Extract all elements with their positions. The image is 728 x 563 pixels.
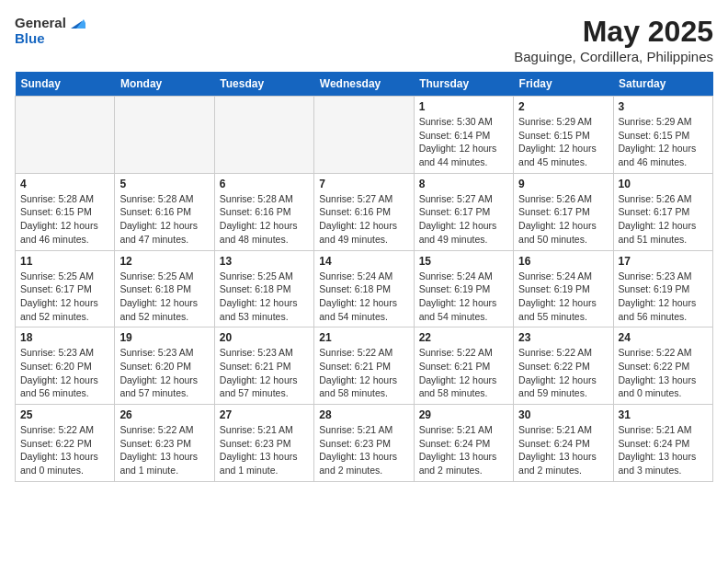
calendar-cell: [16, 97, 115, 174]
calendar-cell: 2Sunrise: 5:29 AM Sunset: 6:15 PM Daylig…: [514, 97, 613, 174]
week-row-5: 25Sunrise: 5:22 AM Sunset: 6:22 PM Dayli…: [16, 405, 713, 482]
day-number: 16: [518, 255, 608, 268]
calendar-cell: [214, 97, 313, 174]
day-info: Sunrise: 5:22 AM Sunset: 6:21 PM Dayligh…: [419, 346, 508, 400]
calendar-cell: 22Sunrise: 5:22 AM Sunset: 6:21 PM Dayli…: [414, 327, 513, 405]
header-thursday: Thursday: [414, 72, 513, 97]
calendar-cell: 23Sunrise: 5:22 AM Sunset: 6:22 PM Dayli…: [514, 327, 613, 405]
calendar-cell: 7Sunrise: 5:27 AM Sunset: 6:16 PM Daylig…: [314, 173, 414, 250]
calendar-cell: 4Sunrise: 5:28 AM Sunset: 6:15 PM Daylig…: [16, 173, 115, 250]
calendar-cell: 24Sunrise: 5:22 AM Sunset: 6:22 PM Dayli…: [613, 327, 712, 405]
calendar-cell: [115, 97, 214, 174]
day-info: Sunrise: 5:28 AM Sunset: 6:16 PM Dayligh…: [119, 192, 209, 247]
day-number: 31: [619, 408, 708, 421]
day-info: Sunrise: 5:21 AM Sunset: 6:23 PM Dayligh…: [220, 423, 309, 477]
day-info: Sunrise: 5:26 AM Sunset: 6:17 PM Dayligh…: [619, 192, 708, 247]
day-number: 10: [619, 178, 708, 190]
day-info: Sunrise: 5:23 AM Sunset: 6:20 PM Dayligh…: [20, 346, 109, 400]
day-info: Sunrise: 5:30 AM Sunset: 6:14 PM Dayligh…: [419, 115, 508, 169]
logo-general: General: [15, 15, 66, 30]
page-title: May 2025: [514, 15, 713, 49]
day-info: Sunrise: 5:21 AM Sunset: 6:24 PM Dayligh…: [419, 423, 508, 477]
header-friday: Friday: [514, 72, 613, 97]
calendar-cell: 27Sunrise: 5:21 AM Sunset: 6:23 PM Dayli…: [214, 405, 313, 482]
day-number: 25: [20, 408, 109, 421]
calendar-cell: 25Sunrise: 5:22 AM Sunset: 6:22 PM Dayli…: [16, 405, 115, 482]
day-number: 27: [220, 408, 309, 421]
day-number: 11: [20, 255, 109, 268]
logo-icon: [67, 16, 85, 30]
day-info: Sunrise: 5:23 AM Sunset: 6:20 PM Dayligh…: [119, 346, 209, 400]
day-number: 14: [319, 255, 408, 268]
day-number: 24: [619, 331, 708, 344]
day-number: 22: [419, 331, 508, 344]
day-number: 20: [220, 331, 309, 344]
day-number: 5: [119, 178, 209, 190]
day-info: Sunrise: 5:27 AM Sunset: 6:17 PM Dayligh…: [419, 192, 508, 247]
calendar-cell: 10Sunrise: 5:26 AM Sunset: 6:17 PM Dayli…: [613, 173, 712, 250]
day-number: 3: [619, 100, 708, 113]
calendar-cell: 15Sunrise: 5:24 AM Sunset: 6:19 PM Dayli…: [414, 250, 513, 327]
header-monday: Monday: [115, 72, 214, 97]
week-row-1: 1Sunrise: 5:30 AM Sunset: 6:14 PM Daylig…: [16, 97, 713, 174]
day-info: Sunrise: 5:22 AM Sunset: 6:22 PM Dayligh…: [518, 346, 608, 400]
calendar-table: Sunday Monday Tuesday Wednesday Thursday…: [15, 72, 713, 482]
day-number: 19: [119, 331, 209, 344]
day-info: Sunrise: 5:28 AM Sunset: 6:16 PM Dayligh…: [220, 192, 309, 247]
calendar-cell: 30Sunrise: 5:21 AM Sunset: 6:24 PM Dayli…: [514, 405, 613, 482]
day-number: 9: [518, 178, 608, 190]
day-number: 15: [419, 255, 508, 268]
calendar-cell: 1Sunrise: 5:30 AM Sunset: 6:14 PM Daylig…: [414, 97, 513, 174]
day-number: 1: [419, 100, 508, 113]
header-sunday: Sunday: [16, 72, 115, 97]
day-info: Sunrise: 5:26 AM Sunset: 6:17 PM Dayligh…: [518, 192, 608, 247]
logo: General Blue: [15, 15, 85, 46]
week-row-2: 4Sunrise: 5:28 AM Sunset: 6:15 PM Daylig…: [16, 173, 713, 250]
calendar-cell: 21Sunrise: 5:22 AM Sunset: 6:21 PM Dayli…: [314, 327, 414, 405]
header-saturday: Saturday: [613, 72, 712, 97]
day-number: 4: [20, 178, 109, 190]
calendar-cell: 14Sunrise: 5:24 AM Sunset: 6:18 PM Dayli…: [314, 250, 414, 327]
day-number: 8: [419, 178, 508, 190]
weekday-header-row: Sunday Monday Tuesday Wednesday Thursday…: [16, 72, 713, 97]
day-number: 29: [419, 408, 508, 421]
day-info: Sunrise: 5:25 AM Sunset: 6:17 PM Dayligh…: [20, 270, 109, 324]
day-info: Sunrise: 5:21 AM Sunset: 6:24 PM Dayligh…: [518, 423, 608, 477]
header-wednesday: Wednesday: [314, 72, 414, 97]
calendar-cell: 13Sunrise: 5:25 AM Sunset: 6:18 PM Dayli…: [214, 250, 313, 327]
calendar-cell: 6Sunrise: 5:28 AM Sunset: 6:16 PM Daylig…: [214, 173, 313, 250]
calendar-cell: 20Sunrise: 5:23 AM Sunset: 6:21 PM Dayli…: [214, 327, 313, 405]
day-info: Sunrise: 5:24 AM Sunset: 6:19 PM Dayligh…: [518, 270, 608, 324]
page-header: General Blue May 2025 Baguinge, Cordille…: [15, 15, 713, 64]
week-row-4: 18Sunrise: 5:23 AM Sunset: 6:20 PM Dayli…: [16, 327, 713, 405]
day-number: 23: [518, 331, 608, 344]
day-info: Sunrise: 5:24 AM Sunset: 6:19 PM Dayligh…: [419, 270, 508, 324]
calendar-cell: 9Sunrise: 5:26 AM Sunset: 6:17 PM Daylig…: [514, 173, 613, 250]
calendar-cell: 17Sunrise: 5:23 AM Sunset: 6:19 PM Dayli…: [613, 250, 712, 327]
calendar-cell: 29Sunrise: 5:21 AM Sunset: 6:24 PM Dayli…: [414, 405, 513, 482]
day-info: Sunrise: 5:22 AM Sunset: 6:23 PM Dayligh…: [119, 423, 209, 477]
logo-blue: Blue: [15, 30, 85, 46]
day-number: 28: [319, 408, 408, 421]
day-info: Sunrise: 5:27 AM Sunset: 6:16 PM Dayligh…: [319, 192, 408, 247]
calendar-cell: [314, 97, 414, 174]
day-number: 18: [20, 331, 109, 344]
day-info: Sunrise: 5:23 AM Sunset: 6:21 PM Dayligh…: [220, 346, 309, 400]
day-number: 26: [119, 408, 209, 421]
day-number: 30: [518, 408, 608, 421]
day-info: Sunrise: 5:23 AM Sunset: 6:19 PM Dayligh…: [619, 270, 708, 324]
day-info: Sunrise: 5:22 AM Sunset: 6:21 PM Dayligh…: [319, 346, 408, 400]
day-number: 13: [220, 255, 309, 268]
calendar-cell: 16Sunrise: 5:24 AM Sunset: 6:19 PM Dayli…: [514, 250, 613, 327]
day-number: 17: [619, 255, 708, 268]
day-info: Sunrise: 5:29 AM Sunset: 6:15 PM Dayligh…: [518, 115, 608, 169]
day-info: Sunrise: 5:25 AM Sunset: 6:18 PM Dayligh…: [220, 270, 309, 324]
day-number: 6: [220, 178, 309, 190]
day-number: 21: [319, 331, 408, 344]
day-info: Sunrise: 5:28 AM Sunset: 6:15 PM Dayligh…: [20, 192, 109, 247]
calendar-cell: 26Sunrise: 5:22 AM Sunset: 6:23 PM Dayli…: [115, 405, 214, 482]
day-info: Sunrise: 5:24 AM Sunset: 6:18 PM Dayligh…: [319, 270, 408, 324]
calendar-cell: 8Sunrise: 5:27 AM Sunset: 6:17 PM Daylig…: [414, 173, 513, 250]
day-info: Sunrise: 5:21 AM Sunset: 6:24 PM Dayligh…: [619, 423, 708, 477]
calendar-cell: 12Sunrise: 5:25 AM Sunset: 6:18 PM Dayli…: [115, 250, 214, 327]
